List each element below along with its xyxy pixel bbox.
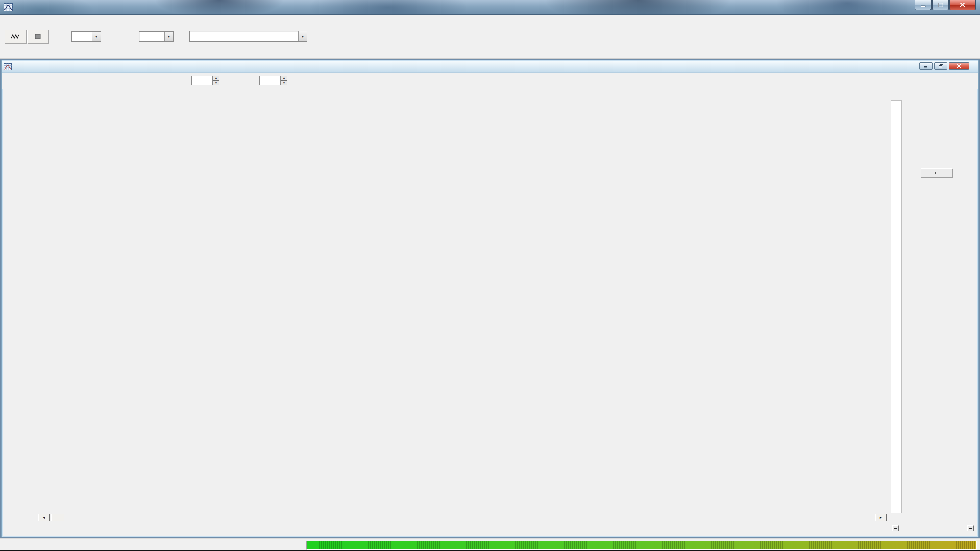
application-window: ▼ ▼ ▼ ▲▼ ▲▼ ◄ ► xyxy=(0,0,980,551)
spectrum-restore-button[interactable] xyxy=(934,62,947,70)
spectrum-minimize-button[interactable] xyxy=(919,62,933,70)
scroll-left-button[interactable]: ◄ xyxy=(38,514,50,521)
meter-spin-button[interactable]: ▬ xyxy=(892,525,899,531)
power-meter-track xyxy=(891,100,902,513)
level-meter-track xyxy=(306,541,977,550)
maximize-button[interactable] xyxy=(932,0,949,10)
run-wave-icon xyxy=(11,34,20,39)
close-button[interactable] xyxy=(949,0,976,10)
main-toolbar: ▼ ▼ ▼ xyxy=(0,28,980,44)
status-bar xyxy=(0,538,980,550)
spectrum-plot[interactable] xyxy=(0,77,891,536)
scrollbar-thumb[interactable] xyxy=(51,514,64,521)
menu-bar xyxy=(0,15,980,28)
stop-button[interactable] xyxy=(27,30,48,43)
scroll-right-button[interactable]: ► xyxy=(875,514,887,521)
chevron-down-icon: ▼ xyxy=(164,32,173,41)
minimize-button[interactable] xyxy=(915,0,932,10)
avg-select[interactable]: ▼ xyxy=(71,31,101,42)
chevron-down-icon: ▼ xyxy=(298,31,307,41)
load-configuration-select[interactable]: ▼ xyxy=(189,31,307,42)
window-titlebar xyxy=(0,0,980,15)
overlay-options-button[interactable] xyxy=(921,168,952,177)
spectrum-window-icon xyxy=(4,63,12,70)
level-meter-fill xyxy=(307,541,976,549)
app-icon xyxy=(4,3,13,11)
spectrum-close-button[interactable] xyxy=(949,62,969,70)
icon-toolbar xyxy=(0,44,980,59)
panel-spin-button[interactable]: ▬ xyxy=(967,525,974,531)
chevron-down-icon: ▼ xyxy=(92,32,101,41)
peak-hold-select[interactable]: ▼ xyxy=(139,31,174,42)
run-button[interactable] xyxy=(5,30,26,43)
spectrum-titlebar xyxy=(2,61,978,73)
stop-square-icon xyxy=(35,34,41,39)
